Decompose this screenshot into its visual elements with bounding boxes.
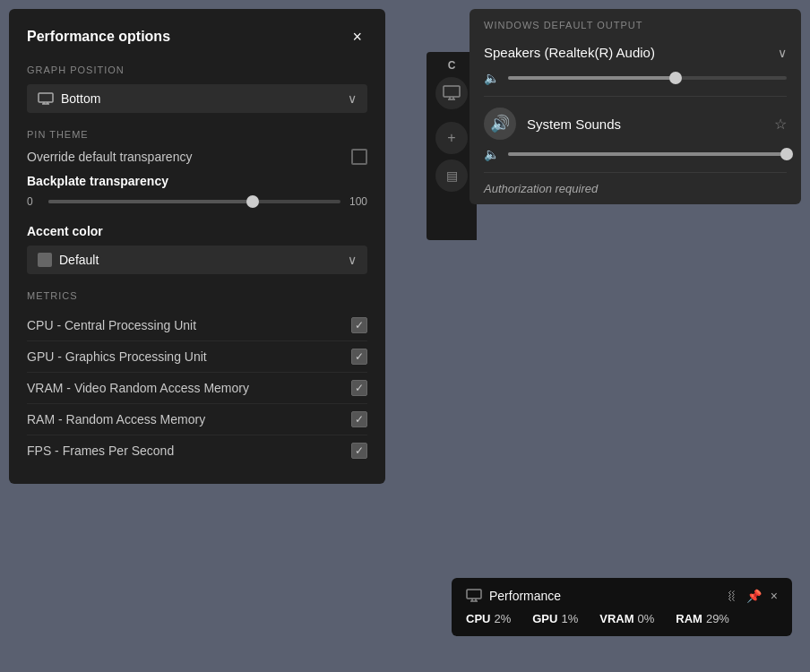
slider-min: 0 [27,195,39,208]
metric-row-gpu: GPU - Graphics Processing Unit ✓ [27,341,367,373]
graph-position-value: Bottom [61,91,100,106]
perf-monitor-icon [466,589,482,603]
auth-required-row: Authorization required [470,173,801,204]
perf-cpu-label: CPU [466,612,490,625]
c-overlay-icon [435,77,468,109]
audio-device-name: Speakers (Realtek(R) Audio) [484,45,655,60]
metric-gpu-checkbox[interactable]: ✓ [351,349,367,365]
graph-position-dropdown[interactable]: Bottom ∨ [27,84,367,113]
c-overlay-add-icon[interactable]: + [435,122,468,154]
metric-cpu-label: CPU - Central Processing Unit [27,318,196,332]
perf-stat-vram: VRAM 0% [599,612,654,625]
graph-position-chevron: ∨ [348,91,357,106]
perf-stat-gpu: GPU 1% [532,612,578,625]
audio-volume-thumb[interactable] [669,72,682,84]
perf-vram-label: VRAM [599,612,633,625]
metric-row-fps: FPS - Frames Per Second ✓ [27,435,367,466]
perf-widget-controls: ⧛ 📌 × [725,589,778,603]
perf-stats-row: CPU 2% GPU 1% VRAM 0% RAM 29% [466,612,778,625]
perf-vram-value: 0% [638,612,655,625]
metric-fps-label: FPS - Frames Per Second [27,444,174,458]
metric-row-vram: VRAM - Video Random Access Memory ✓ [27,373,367,404]
perf-pin-icon[interactable]: 📌 [746,589,762,603]
svg-rect-8 [467,590,481,599]
override-transparency-checkbox[interactable] [351,149,367,165]
audio-device-chevron[interactable]: ∨ [778,46,787,60]
system-sound-row: 🔊 System Sounds ☆ [470,97,801,143]
system-sound-thumb[interactable] [780,148,793,160]
monitor-icon [38,92,54,105]
metric-vram-checkbox[interactable]: ✓ [351,380,367,396]
audio-volume-slider-row: 🔈 [470,67,801,96]
backplate-slider-thumb[interactable] [246,195,259,208]
backplate-slider-container: 0 100 [27,195,367,208]
svg-rect-0 [39,93,53,102]
slider-max: 100 [349,195,367,208]
system-sound-fill [508,152,787,156]
accent-color-heading: Accent color [27,224,367,238]
performance-widget: Performance ⧛ 📌 × CPU 2% GPU 1% VRAM 0% … [452,578,792,636]
perf-close-icon[interactable]: × [771,589,778,603]
svg-rect-4 [444,86,460,97]
perf-ram-value: 29% [706,612,729,625]
accent-color-section: Accent color Default ∨ [27,224,367,274]
pin-theme-label: PIN THEME [27,129,367,140]
metric-row-ram: RAM - Random Access Memory ✓ [27,404,367,435]
monitor-small-icon [443,85,461,101]
perf-cpu-value: 2% [494,612,511,625]
system-sound-track[interactable] [508,152,787,156]
perf-stat-ram: RAM 29% [676,612,729,625]
audio-volume-fill [508,76,676,80]
system-sound-slider-row: 🔈 [470,143,801,172]
metrics-label: METRICS [27,290,367,301]
metric-fps-checkbox[interactable]: ✓ [351,443,367,459]
metric-row-cpu: CPU - Central Processing Unit ✓ [27,310,367,341]
accent-color-chevron: ∨ [348,253,357,267]
metric-ram-checkbox[interactable]: ✓ [351,411,367,427]
perf-gpu-value: 1% [561,612,578,625]
override-transparency-label: Override default transparency [27,150,192,164]
c-overlay-extra-icon[interactable]: ▤ [435,159,468,192]
audio-device-row: Speakers (Realtek(R) Audio) ∨ [470,38,801,67]
perf-widget-title-area: Performance [466,589,561,603]
performance-options-panel: Performance options × GRAPH POSITION Bot… [9,9,385,484]
backplate-slider-track[interactable] [48,200,340,203]
perf-widget-title: Performance [489,589,561,603]
color-swatch [38,253,52,267]
metric-vram-label: VRAM - Video Random Access Memory [27,381,249,395]
perf-stat-cpu: CPU 2% [466,612,511,625]
metrics-section: METRICS CPU - Central Processing Unit ✓ … [27,290,367,466]
metric-cpu-checkbox[interactable]: ✓ [351,317,367,333]
override-transparency-row: Override default transparency [27,149,367,165]
c-overlay-label: C [448,59,456,72]
backplate-transparency-label: Backplate transparency [27,174,367,188]
perf-ram-label: RAM [676,612,702,625]
perf-gpu-label: GPU [532,612,557,625]
audio-volume-track[interactable] [508,76,787,80]
audio-panel: WINDOWS DEFAULT OUTPUT Speakers (Realtek… [470,9,801,204]
panel-header: Performance options × [27,27,367,47]
accent-color-value: Default [59,253,99,267]
close-button[interactable]: × [347,27,367,47]
star-icon[interactable]: ☆ [774,116,787,133]
audio-section-header: WINDOWS DEFAULT OUTPUT [470,9,801,38]
panel-title: Performance options [27,29,170,45]
accent-color-dropdown[interactable]: Default ∨ [27,246,367,274]
perf-sliders-icon[interactable]: ⧛ [725,589,737,603]
system-speaker-icon: 🔈 [484,147,499,161]
metric-gpu-label: GPU - Graphics Processing Unit [27,349,207,364]
backplate-slider-fill [48,200,253,203]
speaker-small-icon: 🔈 [484,71,499,85]
perf-widget-header: Performance ⧛ 📌 × [466,589,778,603]
metric-ram-label: RAM - Random Access Memory [27,412,205,426]
graph-position-label: GRAPH POSITION [27,65,367,75]
system-sound-name: System Sounds [527,116,621,132]
speaker-icon-large: 🔊 [484,108,516,140]
